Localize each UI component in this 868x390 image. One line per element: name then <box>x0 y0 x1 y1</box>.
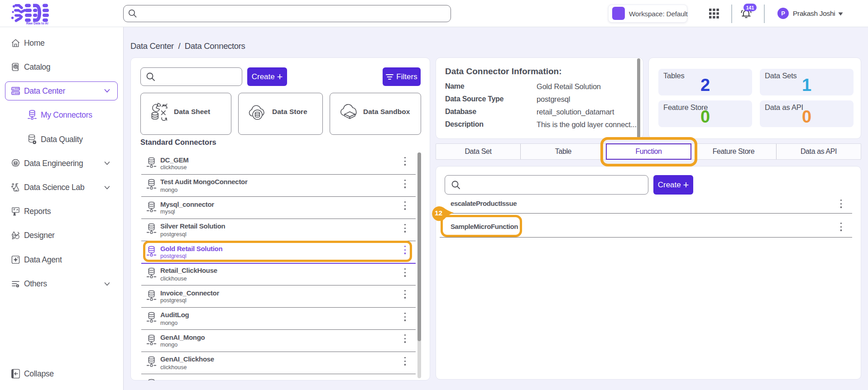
svg-text:12: 12 <box>435 209 442 217</box>
svg-text:Raw Data to AI: Raw Data to AI <box>26 22 48 25</box>
